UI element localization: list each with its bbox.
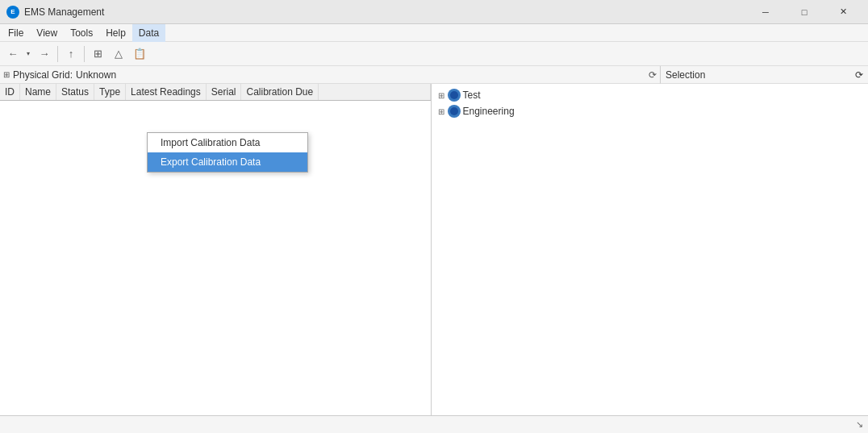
expand-engineering[interactable]: ⊞ — [435, 107, 448, 116]
grid-label: Physical Grid: — [13, 69, 73, 81]
data-dropdown-menu: Import Calibration Data Export Calibrati… — [147, 132, 308, 173]
menu-help[interactable]: Help — [99, 24, 132, 42]
right-panel-header: Selection ⟳ — [661, 66, 868, 84]
col-readings: Latest Readings — [126, 84, 207, 101]
col-calibration: Calibration Due — [241, 84, 319, 101]
up-button[interactable]: ↑ — [61, 44, 81, 64]
export-calibration-item[interactable]: Export Calibration Data — [148, 152, 307, 172]
expand-test[interactable]: ⊞ — [435, 91, 448, 100]
tree-label-engineering: Engineering — [463, 106, 515, 117]
col-extra — [319, 84, 430, 101]
back-dropdown: ← ▾ — [3, 44, 33, 64]
grid-bar: ⊞ Physical Grid: Unknown ⟳ — [0, 66, 661, 84]
menu-tools[interactable]: Tools — [64, 24, 99, 42]
grid-icon: ⊞ — [3, 70, 10, 79]
window-title: EMS Management — [24, 6, 747, 18]
toolbar-separator-1 — [57, 46, 58, 62]
tree-item-engineering[interactable]: ⊞ Engineering — [435, 103, 866, 119]
tree-label-test: Test — [463, 90, 481, 101]
engineering-node-icon — [448, 105, 461, 118]
grid-button[interactable]: ⊞ — [88, 44, 107, 64]
menu-view[interactable]: View — [30, 24, 64, 42]
col-type: Type — [94, 84, 126, 101]
col-id: ID — [0, 84, 20, 101]
toolbar-separator-2 — [84, 46, 85, 62]
title-bar: E EMS Management ─ □ ✕ — [0, 0, 868, 24]
menu-data[interactable]: Data — [132, 24, 165, 42]
back-dropdown-arrow[interactable]: ▾ — [23, 44, 33, 64]
data-table: ID Name Status Type Latest Readings Seri… — [0, 84, 431, 101]
tree-item-test[interactable]: ⊞ Test — [435, 87, 866, 103]
grid-value: Unknown — [76, 69, 116, 81]
test-node-icon — [448, 89, 461, 102]
right-panel-refresh-button[interactable]: ⟳ — [855, 69, 863, 81]
grid-refresh-button[interactable]: ⟳ — [649, 69, 657, 81]
col-status: Status — [56, 84, 94, 101]
status-bar: ↘ — [0, 415, 868, 433]
restore-button[interactable]: □ — [786, 0, 823, 24]
minimize-button[interactable]: ─ — [747, 0, 784, 24]
calibration-button[interactable]: △ — [109, 44, 128, 64]
selection-tree: ⊞ Test ⊞ Engineering — [432, 84, 869, 433]
import-calibration-item[interactable]: Import Calibration Data — [148, 133, 307, 152]
document-button[interactable]: 📋 — [130, 44, 149, 64]
status-resize-handle[interactable]: ↘ — [856, 419, 863, 430]
col-serial: Serial — [206, 84, 241, 101]
menu-file[interactable]: File — [2, 24, 30, 42]
close-button[interactable]: ✕ — [824, 0, 862, 24]
selection-title: Selection — [666, 69, 705, 81]
col-name: Name — [20, 84, 56, 101]
toolbar: ← ▾ → ↑ ⊞ △ 📋 — [0, 42, 868, 66]
menu-bar: File View Tools Help Data — [0, 24, 868, 42]
app-icon: E — [6, 6, 19, 19]
back-button[interactable]: ← — [3, 44, 23, 64]
window-controls: ─ □ ✕ — [747, 0, 862, 24]
forward-button[interactable]: → — [35, 44, 54, 64]
